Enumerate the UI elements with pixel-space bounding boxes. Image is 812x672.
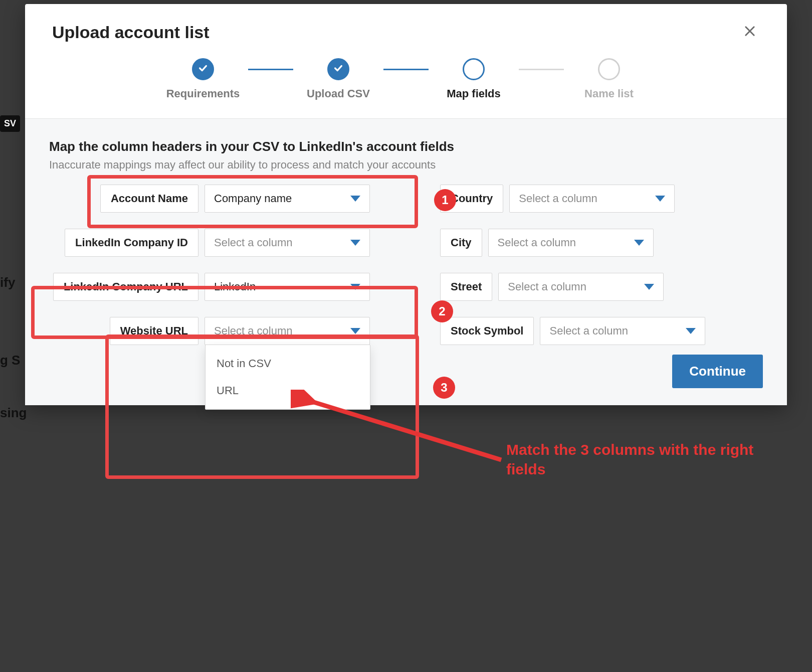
map-row-account-name: Account Name Company name [49, 185, 370, 213]
bg-text-3: sing [0, 401, 27, 425]
modal-body: Map the column headers in your CSV to Li… [25, 118, 787, 405]
map-row-linkedin-company-id: LinkedIn Company ID Select a column [49, 229, 370, 257]
field-label-street: Street [440, 273, 492, 301]
modal-title: Upload account list [52, 23, 210, 42]
step-label: Name list [584, 87, 634, 100]
select-value: LinkedIn [214, 280, 256, 293]
field-label-stock-symbol: Stock Symbol [440, 317, 534, 345]
map-row-city: City Select a column [440, 229, 763, 257]
bg-text-2: g S [0, 349, 20, 372]
step-connector [248, 69, 293, 70]
continue-button[interactable]: Continue [672, 355, 763, 388]
step-connector [383, 69, 429, 70]
step-label: Requirements [166, 87, 240, 100]
upload-modal: Upload account list Requirements [25, 4, 787, 405]
map-row-country: Country Select a column [440, 185, 763, 213]
annotation-badge-3: 3 [433, 377, 455, 399]
select-value: Company name [214, 192, 292, 205]
close-icon [743, 24, 757, 40]
select-street[interactable]: Select a column [498, 273, 664, 301]
dropdown-item-not-in-csv[interactable]: Not in CSV [206, 350, 370, 377]
chevron-down-icon [686, 328, 696, 334]
select-placeholder: Select a column [519, 192, 597, 205]
step-map-fields: Map fields [429, 58, 519, 100]
map-row-stock-symbol: Stock Symbol Select a column [440, 317, 763, 345]
chevron-down-icon [634, 240, 644, 246]
stepper: Requirements Upload CSV Map fields Name … [25, 46, 787, 118]
select-placeholder: Select a column [214, 236, 293, 249]
mapping-grid: Account Name Company name Country Select… [49, 185, 763, 345]
step-requirements: Requirements [158, 58, 248, 100]
chevron-down-icon [655, 196, 665, 202]
select-account-name[interactable]: Company name [205, 185, 370, 213]
body-heading: Map the column headers in your CSV to Li… [49, 139, 763, 154]
map-row-street: Street Select a column [440, 273, 763, 301]
field-label-linkedin-company-url: LinkedIn Company URL [53, 273, 198, 301]
select-website-url[interactable]: Select a column Not in CSV URL [205, 317, 370, 345]
select-placeholder: Select a column [214, 324, 293, 338]
modal-header: Upload account list [25, 4, 787, 46]
chevron-down-icon [350, 196, 360, 202]
select-placeholder: Select a column [498, 236, 576, 249]
chevron-down-icon [350, 328, 360, 334]
step-circle-pending [598, 58, 620, 80]
dropdown-item-url[interactable]: URL [206, 377, 370, 404]
step-label: Map fields [447, 87, 501, 100]
step-connector [519, 69, 564, 70]
field-label-country: Country [440, 185, 503, 213]
step-upload-csv: Upload CSV [293, 58, 383, 100]
close-button[interactable] [740, 22, 760, 42]
body-subheading: Inaccurate mappings may affect our abili… [49, 158, 763, 172]
chevron-down-icon [350, 284, 360, 290]
field-label-linkedin-company-id: LinkedIn Company ID [65, 229, 198, 257]
step-circle-active [463, 58, 485, 80]
select-placeholder: Select a column [508, 280, 586, 293]
annotation-text: Match the 3 columns with the right field… [506, 440, 757, 479]
map-row-linkedin-company-url: LinkedIn Company URL LinkedIn [49, 273, 370, 301]
select-placeholder: Select a column [549, 324, 628, 338]
map-row-website-url: Website URL Select a column Not in CSV U… [49, 317, 370, 345]
select-linkedin-company-url[interactable]: LinkedIn [205, 273, 370, 301]
dropdown-website-url: Not in CSV URL [205, 345, 370, 410]
chevron-down-icon [350, 240, 360, 246]
select-city[interactable]: Select a column [488, 229, 654, 257]
field-label-account-name: Account Name [100, 185, 198, 213]
check-icon [197, 63, 209, 76]
select-linkedin-company-id[interactable]: Select a column [205, 229, 370, 257]
chevron-down-icon [644, 284, 654, 290]
bg-chip: SV [0, 115, 20, 132]
step-name-list: Name list [564, 58, 654, 100]
step-label: Upload CSV [307, 87, 370, 100]
select-stock-symbol[interactable]: Select a column [540, 317, 705, 345]
field-label-city: City [440, 229, 482, 257]
step-circle-done [327, 58, 349, 80]
bg-text-1: ify [0, 271, 15, 294]
field-label-website-url: Website URL [110, 317, 198, 345]
check-icon [333, 63, 344, 76]
select-country[interactable]: Select a column [509, 185, 675, 213]
step-circle-done [192, 58, 214, 80]
